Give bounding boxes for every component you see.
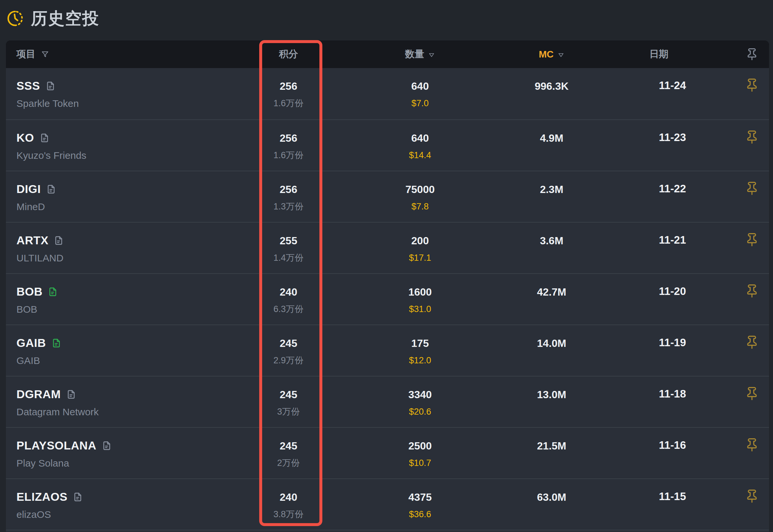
filter-icon[interactable]: [41, 50, 49, 59]
points-cell: 256 1.6万份: [273, 132, 303, 161]
date-value: 11-21: [659, 234, 686, 246]
amount-cell: 2500 $10.7: [408, 439, 432, 469]
amount-usd-value: $10.7: [408, 457, 432, 469]
amount-value: 4375: [408, 491, 432, 504]
date-value: 11-24: [659, 79, 686, 91]
mc-cell: 63.0M: [537, 491, 567, 504]
points-value: 240: [273, 491, 303, 504]
column-label-amount: 数量: [405, 48, 424, 61]
airdrop-table-row[interactable]: KO Kyuzo's Friends 256 1.6万份 640 $14.4 4…: [6, 119, 769, 171]
points-value: 256: [273, 183, 303, 196]
row-pin-button[interactable]: [745, 232, 759, 248]
next-row-partial: [6, 530, 769, 532]
token-name: ULTILAND: [16, 252, 63, 264]
column-header-project[interactable]: 项目: [16, 40, 49, 68]
column-header-points[interactable]: 积分: [279, 40, 298, 68]
date-value: 11-15: [659, 490, 686, 502]
date-cell: 11-23: [659, 131, 686, 144]
airdrop-table-row[interactable]: ARTX ULTILAND 255 1.4万份 200 $17.1 3.6M 1…: [6, 222, 769, 273]
airdrop-history-table: 项目 积分 数量 MC 日期 SSS: [6, 40, 769, 532]
airdrop-table-row[interactable]: BOB BOB 240 6.3万份 1600 $31.0 42.7M 11-20: [6, 273, 769, 325]
date-cell: 11-16: [659, 439, 686, 452]
token-name: Kyuzo's Friends: [16, 150, 86, 161]
contract-doc-icon[interactable]: [51, 338, 61, 348]
points-cell: 240 3.8万份: [273, 491, 303, 520]
points-shares: 3.8万份: [273, 509, 303, 520]
row-pin-button[interactable]: [745, 130, 759, 146]
airdrop-table-row[interactable]: DIGI MineD 256 1.3万份 75000 $7.8 2.3M 11-…: [6, 171, 769, 222]
mc-cell: 21.5M: [537, 439, 567, 452]
contract-doc-icon[interactable]: [46, 184, 56, 194]
mc-value: 4.9M: [540, 132, 563, 145]
token-symbol: BOB: [16, 285, 42, 298]
amount-usd-value: $20.6: [408, 406, 432, 417]
pin-icon[interactable]: [745, 386, 759, 401]
contract-doc-icon[interactable]: [102, 441, 112, 451]
pin-icon[interactable]: [745, 489, 759, 503]
column-header-date[interactable]: 日期: [649, 40, 668, 68]
page: 历史空投 项目 积分 数量 MC 日期: [0, 0, 773, 532]
pin-icon[interactable]: [745, 48, 759, 61]
column-label-points: 积分: [279, 48, 298, 61]
pin-icon[interactable]: [745, 335, 759, 350]
airdrop-table-row[interactable]: PLAYSOLANA Play Solana 245 2万份 2500 $10.…: [6, 427, 769, 478]
row-pin-button[interactable]: [745, 489, 759, 505]
pin-icon[interactable]: [745, 232, 759, 247]
points-cell: 245 2万份: [277, 439, 300, 469]
token-symbol: PLAYSOLANA: [16, 439, 96, 452]
column-label-date: 日期: [649, 48, 668, 61]
pin-icon[interactable]: [745, 130, 759, 144]
contract-doc-icon[interactable]: [66, 389, 76, 399]
row-pin-button[interactable]: [745, 438, 759, 453]
points-value: 256: [273, 132, 303, 145]
pin-icon[interactable]: [745, 181, 759, 196]
row-pin-button[interactable]: [745, 386, 759, 402]
mc-cell: 4.9M: [540, 132, 563, 145]
points-cell: 245 3万份: [277, 388, 300, 417]
table-body: SSS Sparkle Token 256 1.6万份 640 $7.0 996…: [6, 68, 769, 530]
row-pin-button[interactable]: [745, 181, 759, 197]
date-value: 11-18: [659, 388, 686, 400]
mc-cell: 42.7M: [537, 285, 567, 299]
contract-doc-icon[interactable]: [73, 492, 83, 502]
column-header-mc[interactable]: MC: [539, 40, 565, 68]
pin-icon[interactable]: [745, 284, 759, 298]
date-cell: 11-22: [659, 182, 686, 195]
contract-doc-icon[interactable]: [39, 133, 50, 143]
token-symbol: DIGI: [16, 182, 41, 196]
row-pin-button[interactable]: [745, 78, 759, 94]
contract-doc-icon[interactable]: [48, 287, 58, 297]
points-value: 245: [277, 439, 300, 452]
date-cell: 11-24: [659, 79, 686, 92]
token-name: elizaOS: [16, 509, 51, 520]
contract-doc-icon[interactable]: [54, 235, 64, 246]
column-header-pin[interactable]: [745, 40, 759, 68]
sort-desc-icon[interactable]: [558, 52, 565, 59]
column-header-amount[interactable]: 数量: [405, 40, 435, 68]
airdrop-table-row[interactable]: DGRAM Datagram Network 245 3万份 3340 $20.…: [6, 376, 769, 427]
row-pin-button[interactable]: [745, 335, 759, 351]
airdrop-table-row[interactable]: ELIZAOS elizaOS 240 3.8万份 4375 $36.6 63.…: [6, 478, 769, 530]
page-title: 历史空投: [31, 8, 99, 30]
amount-value: 75000: [406, 183, 435, 196]
amount-cell: 4375 $36.6: [408, 491, 432, 520]
history-clock-icon: [6, 9, 24, 28]
date-cell: 11-19: [659, 336, 686, 349]
row-pin-button[interactable]: [745, 284, 759, 300]
points-shares: 1.3万份: [273, 201, 303, 212]
token-symbol: ELIZAOS: [16, 490, 67, 503]
airdrop-table-row[interactable]: SSS Sparkle Token 256 1.6万份 640 $7.0 996…: [6, 68, 769, 119]
sort-desc-icon[interactable]: [428, 52, 435, 59]
airdrop-table-row[interactable]: GAIB GAIB 245 2.9万份 175 $12.0 14.0M 11-1…: [6, 325, 769, 376]
pin-icon[interactable]: [745, 438, 759, 452]
points-value: 245: [273, 337, 303, 350]
points-shares: 1.4万份: [273, 252, 303, 263]
token-symbol: DGRAM: [16, 388, 61, 401]
page-header: 历史空投: [6, 8, 99, 29]
amount-cell: 75000 $7.8: [406, 183, 435, 212]
token-name: Datagram Network: [16, 406, 99, 418]
pin-icon[interactable]: [745, 78, 759, 92]
points-shares: 6.3万份: [273, 303, 303, 315]
mc-cell: 996.3K: [535, 80, 568, 93]
contract-doc-icon[interactable]: [45, 81, 56, 91]
